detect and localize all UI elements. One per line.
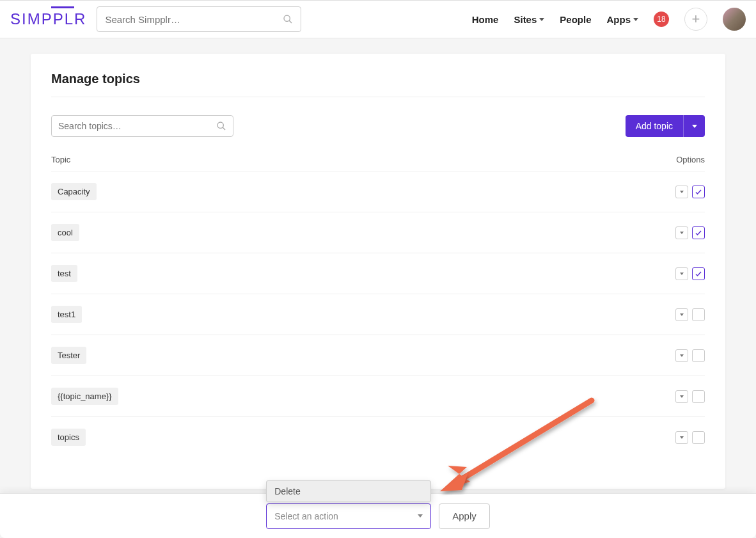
logo-accent [51, 6, 74, 8]
search-icon [216, 121, 226, 131]
topic-search-input[interactable] [58, 121, 216, 131]
caret-down-icon [680, 191, 684, 193]
nav-home-label: Home [472, 14, 499, 25]
caret-down-icon [680, 313, 684, 316]
topic-chip[interactable]: topics [51, 429, 86, 446]
top-bar: SIMPPLR Home Sites People Apps 18 + [0, 0, 756, 38]
caret-down-icon [680, 232, 684, 234]
col-options-header: Options [660, 155, 705, 164]
nav-home[interactable]: Home [472, 14, 499, 25]
add-topic-group: Add topic [626, 115, 705, 137]
topic-chip[interactable]: test1 [51, 306, 82, 323]
action-dropdown-panel: Delete [266, 480, 431, 502]
page-title: Manage topics [51, 72, 705, 97]
check-icon [695, 229, 702, 237]
check-icon [695, 270, 702, 278]
svg-line-3 [223, 127, 225, 130]
table-row: Capacity [51, 171, 705, 212]
topic-search[interactable] [51, 115, 233, 137]
action-select-placeholder: Select an action [274, 511, 338, 521]
table-row: test1 [51, 294, 705, 335]
svg-point-0 [284, 15, 290, 21]
table-row: test [51, 253, 705, 294]
topic-chip[interactable]: {{topic_name}} [51, 388, 118, 405]
row-options [675, 308, 705, 321]
row-menu-button[interactable] [675, 226, 688, 239]
avatar[interactable] [723, 8, 746, 31]
row-menu-button[interactable] [675, 431, 688, 444]
brand-text: SIMPPLR [10, 10, 86, 28]
primary-nav: Home Sites People Apps 18 + [472, 8, 746, 31]
row-options [675, 226, 705, 239]
row-checkbox[interactable] [692, 431, 705, 444]
row-checkbox[interactable] [692, 267, 705, 280]
chevron-down-icon [539, 18, 544, 21]
notification-badge[interactable]: 18 [654, 12, 669, 27]
row-options [675, 431, 705, 444]
action-select[interactable]: Select an action [266, 503, 431, 529]
search-icon [283, 14, 293, 24]
row-options [675, 267, 705, 280]
topic-chip[interactable]: Tester [51, 347, 86, 364]
nav-apps[interactable]: Apps [607, 14, 639, 25]
apply-button[interactable]: Apply [439, 503, 490, 529]
global-search-input[interactable] [105, 14, 283, 25]
row-menu-button[interactable] [675, 267, 688, 280]
manage-topics-card: Manage topics Add topic Topic Options Ca… [31, 54, 725, 489]
row-options [675, 349, 705, 362]
topic-chip[interactable]: Capacity [51, 183, 97, 200]
table-header: Topic Options [51, 155, 705, 171]
chevron-down-icon [692, 125, 697, 128]
add-topic-dropdown[interactable] [683, 115, 705, 137]
brand-logo[interactable]: SIMPPLR [10, 10, 86, 28]
topic-chip[interactable]: cool [51, 224, 79, 241]
nav-sites-label: Sites [514, 14, 537, 25]
table-row: {{topic_name}} [51, 376, 705, 416]
row-options [675, 186, 705, 198]
table-row: cool [51, 212, 705, 253]
global-search[interactable] [97, 6, 301, 32]
nav-people[interactable]: People [560, 14, 591, 25]
caret-down-icon [680, 395, 684, 398]
add-topic-button[interactable]: Add topic [626, 115, 683, 137]
table-row: topics [51, 416, 705, 457]
table-row: Tester [51, 335, 705, 376]
topic-chip[interactable]: test [51, 265, 77, 282]
row-checkbox[interactable] [692, 308, 705, 321]
row-menu-button[interactable] [675, 390, 688, 403]
chevron-down-icon [633, 18, 638, 21]
chevron-down-icon [418, 514, 423, 518]
topic-rows: Capacitycooltesttest1Tester{{topic_name}… [51, 171, 705, 457]
add-button[interactable]: + [684, 8, 707, 31]
row-checkbox[interactable] [692, 186, 705, 198]
nav-people-label: People [560, 14, 591, 25]
col-topic-header: Topic [51, 155, 660, 164]
nav-sites[interactable]: Sites [514, 14, 544, 25]
nav-apps-label: Apps [607, 14, 631, 25]
caret-down-icon [680, 436, 684, 439]
row-menu-button[interactable] [675, 186, 688, 198]
toolbar: Add topic [51, 115, 705, 137]
caret-down-icon [680, 354, 684, 357]
row-checkbox[interactable] [692, 349, 705, 362]
action-option-delete[interactable]: Delete [267, 481, 430, 502]
svg-point-2 [217, 122, 223, 128]
row-menu-button[interactable] [675, 308, 688, 321]
row-checkbox[interactable] [692, 390, 705, 403]
caret-down-icon [680, 273, 684, 275]
row-menu-button[interactable] [675, 349, 688, 362]
bulk-action-bar: Delete Select an action Apply [0, 493, 756, 538]
row-checkbox[interactable] [692, 226, 705, 239]
action-select-wrap: Delete Select an action [266, 503, 431, 529]
svg-line-1 [289, 20, 292, 23]
check-icon [695, 188, 702, 196]
row-options [675, 390, 705, 403]
